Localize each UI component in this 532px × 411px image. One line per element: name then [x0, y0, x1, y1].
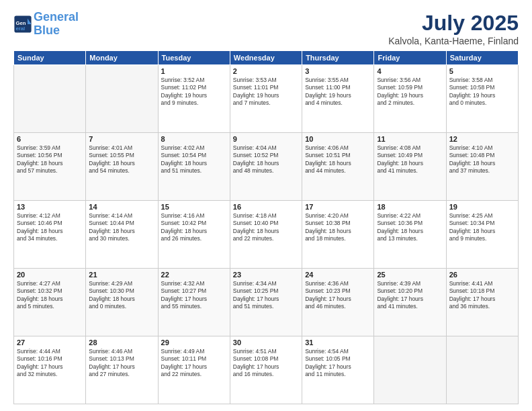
- day-info: Sunrise: 4:49 AM Sunset: 10:11 PM Daylig…: [161, 348, 227, 379]
- day-header-friday: Friday: [374, 51, 446, 65]
- day-info: Sunrise: 4:36 AM Sunset: 10:23 PM Daylig…: [305, 280, 371, 311]
- day-info: Sunrise: 4:25 AM Sunset: 10:34 PM Daylig…: [449, 212, 515, 243]
- calendar-cell: 26Sunrise: 4:41 AM Sunset: 10:18 PM Dayl…: [446, 269, 518, 336]
- calendar-table: SundayMondayTuesdayWednesdayThursdayFrid…: [13, 50, 519, 404]
- day-number: 13: [17, 203, 83, 211]
- header: Gen eral GeneralBlue July 2025 Kalvola, …: [13, 11, 519, 46]
- calendar-cell: 1Sunrise: 3:52 AM Sunset: 11:02 PM Dayli…: [158, 65, 230, 133]
- calendar-cell: [86, 65, 158, 133]
- logo: Gen eral GeneralBlue: [13, 11, 79, 38]
- week-row-4: 20Sunrise: 4:27 AM Sunset: 10:32 PM Dayl…: [14, 269, 519, 336]
- calendar-cell: 24Sunrise: 4:36 AM Sunset: 10:23 PM Dayl…: [302, 269, 374, 336]
- calendar-cell: 18Sunrise: 4:22 AM Sunset: 10:36 PM Dayl…: [374, 201, 446, 269]
- day-info: Sunrise: 4:22 AM Sunset: 10:36 PM Daylig…: [377, 212, 443, 243]
- calendar-cell: 9Sunrise: 4:04 AM Sunset: 10:52 PM Dayli…: [230, 133, 302, 201]
- day-number: 24: [305, 271, 371, 279]
- day-number: 6: [17, 135, 83, 143]
- day-info: Sunrise: 4:14 AM Sunset: 10:44 PM Daylig…: [89, 212, 154, 243]
- calendar-cell: 4Sunrise: 3:56 AM Sunset: 10:59 PM Dayli…: [374, 65, 446, 133]
- day-info: Sunrise: 4:06 AM Sunset: 10:51 PM Daylig…: [305, 144, 371, 175]
- day-number: 14: [89, 203, 154, 211]
- logo-text: GeneralBlue: [34, 11, 79, 38]
- day-info: Sunrise: 4:16 AM Sunset: 10:42 PM Daylig…: [161, 212, 227, 243]
- calendar-cell: 13Sunrise: 4:12 AM Sunset: 10:46 PM Dayl…: [14, 201, 86, 269]
- day-number: 22: [161, 271, 227, 279]
- day-number: 5: [449, 67, 515, 75]
- page: Gen eral GeneralBlue July 2025 Kalvola, …: [0, 0, 532, 411]
- day-info: Sunrise: 4:51 AM Sunset: 10:08 PM Daylig…: [233, 348, 299, 379]
- day-info: Sunrise: 3:53 AM Sunset: 11:01 PM Daylig…: [233, 77, 299, 107]
- day-number: 23: [233, 271, 299, 279]
- day-info: Sunrise: 4:46 AM Sunset: 10:13 PM Daylig…: [89, 348, 154, 379]
- day-number: 3: [305, 67, 371, 75]
- day-header-tuesday: Tuesday: [158, 51, 230, 65]
- day-info: Sunrise: 4:54 AM Sunset: 10:05 PM Daylig…: [305, 348, 371, 379]
- day-number: 8: [161, 135, 227, 143]
- day-info: Sunrise: 4:04 AM Sunset: 10:52 PM Daylig…: [233, 144, 299, 175]
- day-number: 28: [89, 338, 154, 347]
- day-info: Sunrise: 4:01 AM Sunset: 10:55 PM Daylig…: [89, 144, 154, 175]
- calendar-cell: 22Sunrise: 4:32 AM Sunset: 10:27 PM Dayl…: [158, 269, 230, 336]
- day-info: Sunrise: 4:02 AM Sunset: 10:54 PM Daylig…: [161, 144, 227, 175]
- calendar-cell: 15Sunrise: 4:16 AM Sunset: 10:42 PM Dayl…: [158, 201, 230, 269]
- calendar-cell: 25Sunrise: 4:39 AM Sunset: 10:20 PM Dayl…: [374, 269, 446, 336]
- calendar-cell: 21Sunrise: 4:29 AM Sunset: 10:30 PM Dayl…: [86, 269, 158, 336]
- day-info: Sunrise: 3:58 AM Sunset: 10:58 PM Daylig…: [449, 77, 515, 107]
- day-number: 1: [161, 67, 227, 75]
- day-number: 4: [377, 67, 443, 75]
- day-header-wednesday: Wednesday: [230, 51, 302, 65]
- calendar-cell: 27Sunrise: 4:44 AM Sunset: 10:16 PM Dayl…: [14, 336, 86, 404]
- day-number: 15: [161, 203, 227, 211]
- day-number: 2: [233, 67, 299, 75]
- logo-icon: Gen eral: [13, 15, 32, 34]
- day-number: 17: [305, 203, 371, 211]
- day-info: Sunrise: 3:59 AM Sunset: 10:56 PM Daylig…: [17, 144, 83, 175]
- week-row-1: 1Sunrise: 3:52 AM Sunset: 11:02 PM Dayli…: [14, 65, 519, 133]
- week-row-3: 13Sunrise: 4:12 AM Sunset: 10:46 PM Dayl…: [14, 201, 519, 269]
- day-number: 25: [377, 271, 443, 279]
- day-info: Sunrise: 4:27 AM Sunset: 10:32 PM Daylig…: [17, 280, 83, 311]
- calendar-cell: 14Sunrise: 4:14 AM Sunset: 10:44 PM Dayl…: [86, 201, 158, 269]
- week-row-5: 27Sunrise: 4:44 AM Sunset: 10:16 PM Dayl…: [14, 336, 519, 404]
- calendar-cell: 17Sunrise: 4:20 AM Sunset: 10:38 PM Dayl…: [302, 201, 374, 269]
- day-info: Sunrise: 4:39 AM Sunset: 10:20 PM Daylig…: [377, 280, 443, 311]
- day-info: Sunrise: 4:18 AM Sunset: 10:40 PM Daylig…: [233, 212, 299, 243]
- calendar-cell: [374, 336, 446, 404]
- day-info: Sunrise: 3:55 AM Sunset: 11:00 PM Daylig…: [305, 77, 371, 107]
- svg-text:eral: eral: [16, 26, 26, 32]
- day-info: Sunrise: 4:41 AM Sunset: 10:18 PM Daylig…: [449, 280, 515, 311]
- day-number: 10: [305, 135, 371, 143]
- day-number: 29: [161, 338, 227, 347]
- day-header-thursday: Thursday: [302, 51, 374, 65]
- day-number: 7: [89, 135, 154, 143]
- day-number: 18: [377, 203, 443, 211]
- calendar-cell: 30Sunrise: 4:51 AM Sunset: 10:08 PM Dayl…: [230, 336, 302, 404]
- calendar-cell: 23Sunrise: 4:34 AM Sunset: 10:25 PM Dayl…: [230, 269, 302, 336]
- calendar-cell: 31Sunrise: 4:54 AM Sunset: 10:05 PM Dayl…: [302, 336, 374, 404]
- location-subtitle: Kalvola, Kanta-Haeme, Finland: [388, 36, 519, 46]
- day-info: Sunrise: 4:34 AM Sunset: 10:25 PM Daylig…: [233, 280, 299, 311]
- day-info: Sunrise: 4:20 AM Sunset: 10:38 PM Daylig…: [305, 212, 371, 243]
- day-number: 30: [233, 338, 299, 347]
- day-info: Sunrise: 3:52 AM Sunset: 11:02 PM Daylig…: [161, 77, 227, 107]
- day-info: Sunrise: 4:08 AM Sunset: 10:49 PM Daylig…: [377, 144, 443, 175]
- day-number: 20: [17, 271, 83, 279]
- calendar-cell: [14, 65, 86, 133]
- calendar-cell: 2Sunrise: 3:53 AM Sunset: 11:01 PM Dayli…: [230, 65, 302, 133]
- day-number: 12: [449, 135, 515, 143]
- day-number: 11: [377, 135, 443, 143]
- day-info: Sunrise: 3:56 AM Sunset: 10:59 PM Daylig…: [377, 77, 443, 107]
- day-header-monday: Monday: [86, 51, 158, 65]
- day-number: 26: [449, 271, 515, 279]
- day-number: 27: [17, 338, 83, 347]
- day-info: Sunrise: 4:29 AM Sunset: 10:30 PM Daylig…: [89, 280, 154, 311]
- calendar-cell: 5Sunrise: 3:58 AM Sunset: 10:58 PM Dayli…: [446, 65, 518, 133]
- day-number: 16: [233, 203, 299, 211]
- day-info: Sunrise: 4:44 AM Sunset: 10:16 PM Daylig…: [17, 348, 83, 379]
- month-title: July 2025: [388, 11, 519, 36]
- calendar-cell: 7Sunrise: 4:01 AM Sunset: 10:55 PM Dayli…: [86, 133, 158, 201]
- calendar-cell: 10Sunrise: 4:06 AM Sunset: 10:51 PM Dayl…: [302, 133, 374, 201]
- calendar-cell: 11Sunrise: 4:08 AM Sunset: 10:49 PM Dayl…: [374, 133, 446, 201]
- day-header-sunday: Sunday: [14, 51, 86, 65]
- calendar-cell: 8Sunrise: 4:02 AM Sunset: 10:54 PM Dayli…: [158, 133, 230, 201]
